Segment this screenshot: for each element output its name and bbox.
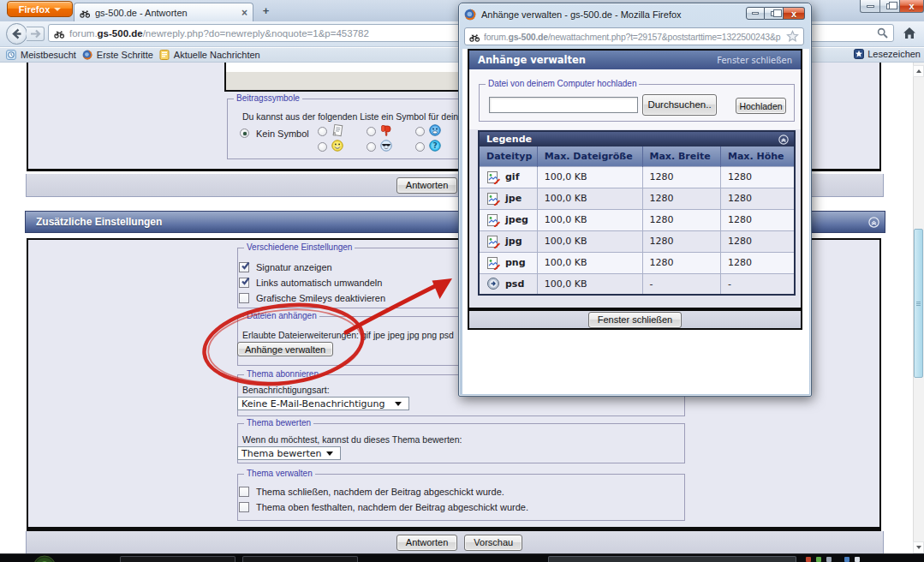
file-type-cell: jpg	[479, 230, 537, 252]
bookmark-label: Erste Schritte	[97, 50, 153, 60]
bookmark-item-erste-schritte[interactable]: Erste Schritte	[82, 50, 153, 60]
url-path: /newreply.php?do=newreply&noquote=1&p=45…	[143, 28, 369, 39]
tray-icon[interactable]	[826, 557, 832, 562]
scroll-down-icon	[916, 546, 921, 549]
file-type-icon	[486, 192, 500, 206]
windows-taskbar[interactable]	[0, 553, 924, 562]
rate-thread-legend: Thema bewerten	[244, 418, 313, 427]
vorschau-button-bottom[interactable]: Vorschau	[464, 535, 522, 551]
max-filesize: 100,0 KB	[537, 166, 642, 188]
url-prefix: forum.	[69, 28, 98, 39]
tray-icon[interactable]	[844, 557, 849, 562]
popup-url-bar[interactable]: forum.gs-500.de/newattachment.php?t=2915…	[464, 27, 804, 45]
home-button[interactable]	[899, 24, 919, 42]
max-filesize: 100,0 KB	[537, 188, 642, 209]
radio-symbol-question[interactable]	[415, 142, 425, 152]
restore-button[interactable]	[765, 7, 784, 20]
svg-text:?: ?	[432, 141, 437, 150]
minimize-icon	[752, 12, 759, 15]
url-text: forum.gs-500.de/newreply.php?do=newreply…	[69, 28, 369, 39]
back-button[interactable]	[6, 23, 27, 45]
additional-settings-title: Zusätzliche Einstellungen	[36, 216, 162, 228]
collapse-icon[interactable]	[778, 135, 789, 145]
tab-gs500-antworten[interactable]: gs-500.de - Antworten ×	[74, 3, 253, 21]
bookmark-star-icon[interactable]	[786, 30, 799, 43]
rate-thread-value: Thema bewerten	[241, 448, 322, 459]
firefox-app-button[interactable]: Firefox	[7, 1, 73, 17]
back-arrow-icon	[10, 27, 23, 40]
search-icon	[877, 27, 888, 39]
radio-no-symbol[interactable]	[240, 129, 249, 138]
minimize-button[interactable]	[746, 7, 765, 20]
radio-symbol-sunglasses[interactable]	[367, 142, 376, 152]
scroll-down-button[interactable]	[913, 541, 924, 553]
max-width: 1280	[642, 252, 720, 273]
fenster-schliessen-link[interactable]: Fenster schließen	[717, 56, 792, 65]
collapse-icon[interactable]	[868, 217, 879, 228]
durchsuchen-button[interactable]: Durchsuchen..	[642, 94, 717, 116]
tab-close-icon[interactable]: ×	[241, 9, 247, 17]
popup-title-bar[interactable]: Anhänge verwalten - gs-500.de - Mozilla …	[459, 3, 811, 25]
checkbox-stick-thread[interactable]	[239, 502, 249, 512]
max-height: -	[720, 273, 795, 295]
popup-page: Anhänge verwalten Fenster schließen Date…	[462, 49, 809, 394]
radio-symbol-thumbs-down[interactable]	[367, 127, 376, 136]
bookmark-item-meistbesucht[interactable]: Meistbesucht	[6, 50, 76, 60]
bookmark-item-aktuelle-nachrichten[interactable]: Aktuelle Nachrichten	[159, 50, 260, 60]
rate-thread-select[interactable]: Thema bewerten	[237, 446, 341, 460]
column-header: Max. Breite	[642, 146, 720, 166]
table-row: psd 100,0 KB - -	[479, 273, 795, 295]
taskbar-item[interactable]	[120, 556, 235, 562]
start-orb-icon[interactable]	[33, 555, 57, 562]
legend-table-panel: Legende Dateityp Max. Dateigröße Max. Br…	[469, 129, 801, 308]
checkbox-convert-links[interactable]	[239, 278, 249, 288]
max-filesize: 100,0 KB	[537, 230, 642, 252]
minimize-icon	[867, 5, 874, 8]
minimize-button[interactable]	[860, 0, 880, 13]
file-path-input[interactable]	[489, 97, 638, 113]
fenster-schliessen-button[interactable]: Fenster schließen	[588, 312, 682, 328]
file-type-cell: png	[479, 252, 537, 273]
bookmarks-menu-button[interactable]: Lesezeichen	[854, 49, 921, 59]
notification-type-select[interactable]: Keine E-Mail-Benachrichtigung	[237, 397, 409, 410]
tab-title: gs-500.de - Antworten	[95, 8, 236, 18]
radio-symbol-smile[interactable]	[318, 142, 327, 152]
tray-icon[interactable]	[855, 557, 860, 562]
antworten-button[interactable]: Antworten	[396, 177, 458, 194]
file-type: jpg	[505, 236, 522, 247]
url-path: /newattachment.php?t=29157&poststarttime…	[548, 32, 780, 42]
new-tab-button[interactable]: +	[258, 5, 274, 18]
checkbox-show-signature[interactable]	[239, 262, 249, 272]
scrollbar-thumb[interactable]	[914, 229, 923, 378]
manage-attachments-button[interactable]: Anhänge verwalten	[237, 342, 333, 356]
close-button[interactable]: x	[900, 0, 924, 13]
search-input[interactable]	[805, 24, 894, 42]
max-height: 1280	[720, 252, 795, 273]
scroll-up-button[interactable]	[913, 65, 924, 77]
radio-symbol-cool-blue[interactable]	[415, 127, 425, 136]
hochladen-button[interactable]: Hochladen	[736, 98, 786, 114]
tray-icon[interactable]	[816, 557, 821, 562]
radio-symbol-post[interactable]	[318, 127, 327, 136]
chevron-down-icon	[54, 8, 61, 11]
home-icon	[903, 27, 916, 39]
checkbox-label: Thema oben festhalten, nachdem der Beitr…	[256, 502, 528, 512]
checkbox-close-thread[interactable]	[239, 487, 249, 497]
popup-page-header: Anhänge verwalten Fenster schließen	[469, 51, 801, 69]
forward-button[interactable]	[27, 27, 45, 41]
max-filesize: 100,0 KB	[537, 252, 642, 273]
antworten-button-bottom[interactable]: Antworten	[396, 535, 458, 551]
taskbar-item-active[interactable]	[548, 556, 796, 562]
subscribe-legend: Thema abonnieren	[244, 369, 321, 379]
close-button[interactable]: x	[784, 7, 805, 20]
checkbox-disable-smilies[interactable]	[239, 293, 249, 303]
notification-type-label: Benachrichtigungsart:	[242, 385, 330, 395]
table-row: jpeg 100,0 KB 1280 1280	[479, 209, 795, 230]
taskbar-item[interactable]	[242, 556, 358, 562]
attachments-popup-window: Anhänge verwalten - gs-500.de - Mozilla …	[458, 3, 812, 397]
url-domain: gs-500.de	[98, 28, 143, 39]
tray-icon[interactable]	[806, 557, 811, 562]
file-type-cell-content: gif	[486, 170, 530, 184]
file-type: jpe	[505, 193, 522, 204]
maximize-button[interactable]	[880, 0, 900, 13]
